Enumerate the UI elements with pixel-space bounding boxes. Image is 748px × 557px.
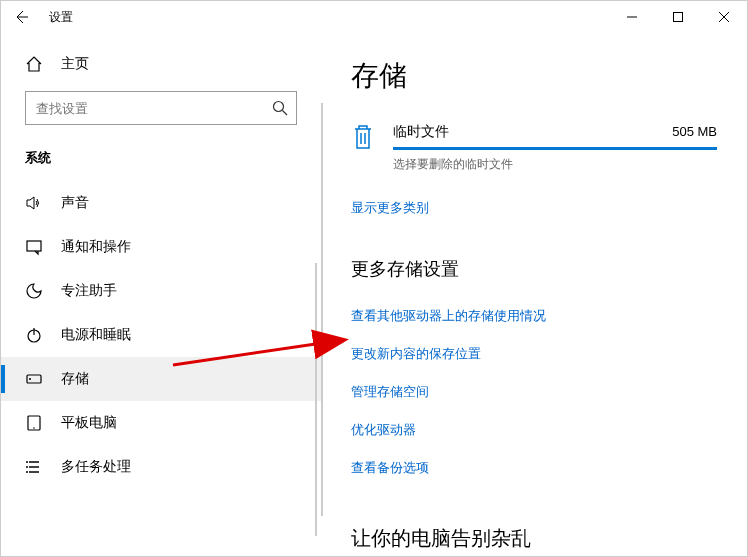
sidebar-item-label: 通知和操作 [61, 238, 131, 256]
sidebar-item-sound[interactable]: 声音 [1, 181, 321, 225]
storage-progress-bar [393, 147, 717, 150]
sidebar: 主页 系统 声音 [1, 33, 321, 556]
storage-icon [25, 370, 43, 388]
sidebar-item-label: 平板电脑 [61, 414, 117, 432]
temp-desc: 选择要删除的临时文件 [393, 156, 717, 173]
maximize-button[interactable] [655, 1, 701, 33]
category-label: 系统 [1, 143, 321, 181]
sidebar-item-notifications[interactable]: 通知和操作 [1, 225, 321, 269]
trash-icon [351, 123, 375, 151]
show-more-link[interactable]: 显示更多类别 [351, 199, 429, 217]
titlebar: 设置 [1, 1, 747, 33]
svg-point-10 [29, 378, 31, 380]
svg-point-17 [26, 466, 28, 468]
svg-point-18 [26, 471, 28, 473]
sidebar-item-label: 声音 [61, 194, 89, 212]
multitask-icon [25, 458, 43, 476]
page-heading: 存储 [351, 57, 717, 95]
search-box[interactable] [25, 91, 297, 125]
sidebar-item-label: 存储 [61, 370, 89, 388]
back-button[interactable] [13, 9, 29, 25]
close-button[interactable] [701, 1, 747, 33]
sidebar-item-label: 专注助手 [61, 282, 117, 300]
svg-rect-6 [27, 241, 41, 251]
link-manage-storage[interactable]: 管理存储空间 [351, 383, 717, 401]
minimize-button[interactable] [609, 1, 655, 33]
focus-icon [25, 282, 43, 300]
svg-point-4 [274, 102, 284, 112]
notification-icon [25, 238, 43, 256]
temp-files-row[interactable]: 临时文件 505 MB 选择要删除的临时文件 [351, 123, 717, 173]
sidebar-scrollbar[interactable] [315, 263, 317, 536]
link-other-drives[interactable]: 查看其他驱动器上的存储使用情况 [351, 307, 717, 325]
main-content: 存储 临时文件 505 MB 选择要删除的临时文件 显示更多类别 更多存储设置 … [321, 33, 747, 556]
window-title: 设置 [49, 9, 73, 26]
home-label: 主页 [61, 55, 89, 73]
sidebar-item-label: 电源和睡眠 [61, 326, 131, 344]
link-optimize-drives[interactable]: 优化驱动器 [351, 421, 717, 439]
link-backup-options[interactable]: 查看备份选项 [351, 459, 717, 477]
link-save-location[interactable]: 更改新内容的保存位置 [351, 345, 717, 363]
home-icon [25, 55, 43, 73]
sidebar-item-storage[interactable]: 存储 [1, 357, 321, 401]
svg-point-12 [33, 427, 35, 429]
declutter-heading: 让你的电脑告别杂乱 [351, 525, 717, 552]
main-scrollbar[interactable] [321, 103, 323, 516]
svg-line-5 [283, 111, 288, 116]
sidebar-item-tablet[interactable]: 平板电脑 [1, 401, 321, 445]
temp-title: 临时文件 [393, 123, 449, 141]
power-icon [25, 326, 43, 344]
home-link[interactable]: 主页 [1, 45, 321, 83]
search-icon [272, 100, 288, 116]
sidebar-item-multitask[interactable]: 多任务处理 [1, 445, 321, 489]
more-settings-heading: 更多存储设置 [351, 257, 717, 281]
search-input[interactable] [36, 101, 272, 116]
svg-rect-1 [674, 13, 683, 22]
sidebar-item-label: 多任务处理 [61, 458, 131, 476]
sidebar-item-focus[interactable]: 专注助手 [1, 269, 321, 313]
sound-icon [25, 194, 43, 212]
temp-size: 505 MB [672, 124, 717, 139]
tablet-icon [25, 414, 43, 432]
sidebar-item-power[interactable]: 电源和睡眠 [1, 313, 321, 357]
svg-point-16 [26, 461, 28, 463]
